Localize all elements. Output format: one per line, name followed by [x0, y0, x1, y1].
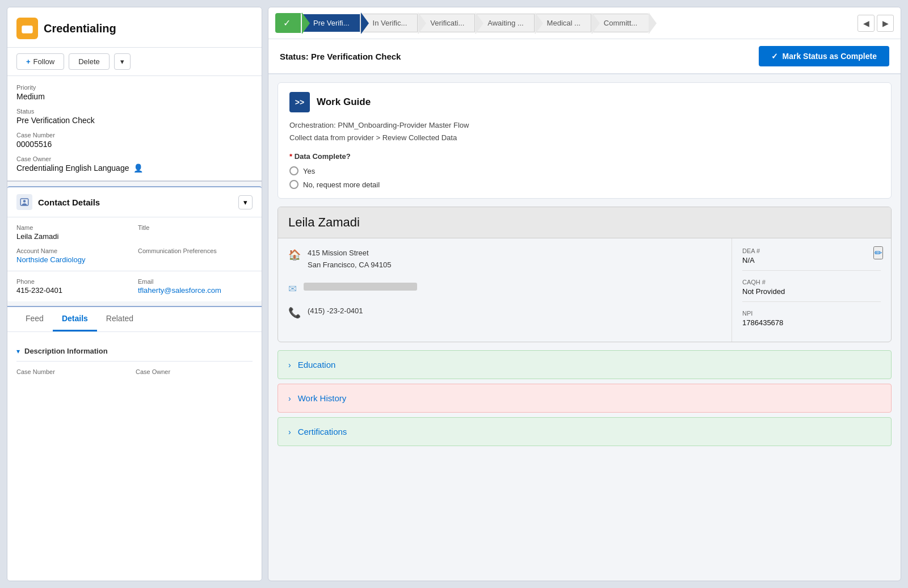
case-number-value: 00005516	[16, 140, 253, 149]
provider-address: 415 Mission Street San Francisco, CA 941…	[308, 247, 391, 271]
npi-label: NPI	[742, 310, 881, 317]
email-icon: ✉	[288, 283, 297, 295]
step-4-label: Awaiting ...	[487, 19, 523, 27]
dropdown-button[interactable]: ▾	[114, 53, 131, 70]
contact-account-label: Account Name	[16, 247, 131, 254]
certifications-chevron-icon: ›	[288, 427, 291, 436]
work-guide-section: >> Work Guide Orchestration: PNM_Onboard…	[278, 82, 892, 199]
status-current-value: Pre Verification Check	[311, 52, 401, 61]
priority-value: Medium	[16, 92, 253, 101]
priority-field: Priority Medium	[16, 84, 253, 101]
contact-grid: Name Leila Zamadi Title Account Name Nor…	[7, 217, 262, 271]
case-number-field: Case Number 00005516	[16, 132, 253, 149]
home-icon: 🏠	[288, 249, 301, 261]
radio-yes[interactable]: Yes	[289, 166, 880, 175]
work-history-accordion: › Work History	[278, 384, 892, 413]
certifications-label: Certifications	[298, 427, 347, 436]
left-actions: + Follow Delete ▾	[7, 48, 262, 76]
provider-name-bar: Leila Zamadi	[278, 207, 891, 238]
contact-name-label: Name	[16, 224, 131, 231]
mark-complete-button[interactable]: ✓ Mark Status as Complete	[759, 46, 890, 66]
step-6-label: Committ...	[604, 19, 637, 27]
contact-icon	[16, 194, 32, 210]
work-guide-header: >> Work Guide	[289, 92, 880, 112]
mark-complete-label: Mark Status as Complete	[783, 52, 877, 61]
case-owner-label: Case Owner	[16, 156, 253, 162]
right-scroll-area: >> Work Guide Orchestration: PNM_Onboard…	[268, 74, 901, 581]
progress-prev-button[interactable]: ◀	[857, 15, 875, 32]
address-line1: 415 Mission Street	[308, 247, 391, 259]
tab-content: ▾ Description Information Case Number Ca…	[7, 332, 262, 581]
npi-field: NPI 1786435678	[742, 310, 881, 333]
case-owner-value: Credentialing English Language 👤	[16, 163, 253, 173]
edit-button[interactable]: ✏	[873, 246, 883, 259]
radio-yes-circle	[289, 166, 299, 175]
contact-name-value: Leila Zamadi	[16, 232, 131, 241]
svg-point-3	[23, 200, 26, 203]
npi-value: 1786435678	[742, 318, 881, 327]
contact-details-section: Contact Details ▾ Name Leila Zamadi Titl…	[7, 186, 262, 301]
provider-details: 🏠 415 Mission Street San Francisco, CA 9…	[278, 238, 891, 342]
progress-step-0[interactable]: ✓	[275, 13, 302, 33]
radio-no[interactable]: No, request more detail	[289, 180, 880, 189]
step-active-label: Pre Verifi...	[313, 19, 350, 27]
contact-account-value[interactable]: Northside Cardiology	[16, 255, 85, 264]
status-field: Status Pre Verification Check	[16, 108, 253, 125]
section-chevron-icon: ▾	[16, 347, 20, 355]
app-title: Credentialing	[44, 22, 116, 35]
phone-icon: 📞	[288, 306, 301, 319]
education-chevron-icon: ›	[288, 360, 291, 369]
provider-right: ✏ DEA # N/A CAQH # Not Provided NPI 1786…	[732, 238, 891, 342]
work-guide-title: Work Guide	[317, 96, 371, 108]
certifications-accordion: › Certifications	[278, 417, 892, 446]
status-label: Status	[16, 108, 253, 115]
work-guide-line2: Collect data from provider > Review Coll…	[289, 132, 880, 144]
contact-title-label: Title	[138, 224, 253, 231]
desc-case-number-label: Case Number	[16, 368, 133, 375]
progress-bar: ✓ Pre Verifi... In Verific... Verificati…	[268, 7, 901, 39]
contact-dropdown-button[interactable]: ▾	[238, 195, 253, 209]
svg-rect-0	[22, 26, 32, 33]
briefcase-icon	[21, 22, 33, 35]
progress-next-button[interactable]: ▶	[877, 15, 894, 32]
provider-left: 🏠 415 Mission Street San Francisco, CA 9…	[278, 238, 732, 342]
contact-phone-label: Phone	[16, 278, 131, 285]
app-icon	[16, 18, 38, 39]
tab-feed[interactable]: Feed	[16, 307, 53, 331]
work-guide-icon: >>	[289, 92, 310, 112]
work-history-accordion-header[interactable]: › Work History	[278, 384, 891, 412]
contact-email-value[interactable]: tflaherty@salesforce.com	[138, 286, 221, 295]
follow-button[interactable]: + Follow	[16, 53, 64, 70]
contact-phone-field: Phone 415-232-0401	[16, 278, 131, 295]
priority-label: Priority	[16, 84, 253, 91]
person-icon: 👤	[133, 163, 143, 173]
progress-nav-buttons: ◀ ▶	[857, 15, 894, 32]
education-accordion: › Education	[278, 350, 892, 379]
dea-value: N/A	[742, 256, 881, 264]
work-history-label: Work History	[298, 393, 347, 403]
caqh-label: CAQH #	[742, 279, 881, 285]
certifications-accordion-header[interactable]: › Certifications	[278, 418, 891, 446]
contact-name-field: Name Leila Zamadi	[16, 224, 131, 241]
contact-title-field: Title	[138, 224, 253, 241]
radio-no-label: No, request more detail	[303, 180, 380, 189]
checkmark-icon: ✓	[771, 52, 778, 61]
required-asterisk: *	[289, 152, 295, 161]
description-section-header: ▾ Description Information	[16, 341, 253, 362]
case-owner-field: Case Owner Credentialing English Languag…	[16, 156, 253, 173]
education-accordion-header[interactable]: › Education	[278, 351, 891, 379]
tabs-section: Feed Details Related ▾ Description Infor…	[7, 306, 262, 581]
address-line2: San Francisco, CA 94105	[308, 259, 391, 271]
delete-button[interactable]: Delete	[69, 53, 110, 70]
desc-case-owner-label: Case Owner	[136, 368, 253, 375]
work-guide-line1: Orchestration: PNM_Onboarding-Provider M…	[289, 119, 880, 132]
dea-label: DEA #	[742, 247, 881, 254]
tab-details[interactable]: Details	[53, 307, 97, 331]
education-label: Education	[298, 360, 336, 369]
follow-label: Follow	[33, 57, 55, 66]
checkmark-icon: ✓	[283, 18, 291, 28]
tab-related[interactable]: Related	[97, 307, 142, 331]
plus-icon: +	[26, 57, 31, 66]
step-5-label: Medical ...	[547, 19, 581, 27]
provider-phone-row: 📞 (415) -23-2-0401	[288, 305, 721, 319]
